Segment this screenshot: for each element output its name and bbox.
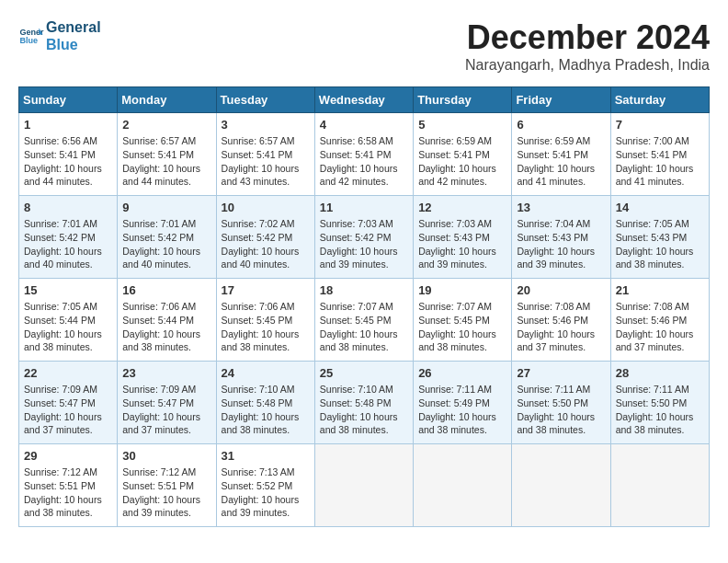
day-number: 6: [517, 117, 606, 133]
month-title: December 2024: [465, 18, 710, 57]
table-row: 22 Sunrise: 7:09 AM Sunset: 5:47 PM Dayl…: [19, 362, 118, 444]
sunrise-time: Sunrise: 7:09 AM: [122, 384, 196, 395]
sunset-time: Sunset: 5:52 PM: [222, 480, 293, 491]
day-number: 25: [320, 365, 409, 382]
sunrise-time: Sunrise: 6:59 AM: [517, 135, 590, 146]
daylight-hours: Daylight: 10 hours and 39 minutes.: [222, 494, 300, 519]
col-friday: Friday: [512, 87, 610, 113]
daylight-hours: Daylight: 10 hours and 38 minutes.: [320, 411, 398, 436]
table-row: 25 Sunrise: 7:10 AM Sunset: 5:48 PM Dayl…: [314, 362, 413, 444]
sunrise-time: Sunrise: 7:11 AM: [418, 384, 492, 395]
table-row: 2 Sunrise: 6:57 AM Sunset: 5:41 PM Dayli…: [118, 113, 216, 196]
table-row: 11 Sunrise: 7:03 AM Sunset: 5:42 PM Dayl…: [314, 196, 413, 279]
table-row: 23 Sunrise: 7:09 AM Sunset: 5:47 PM Dayl…: [118, 362, 216, 444]
daylight-hours: Daylight: 10 hours and 40 minutes.: [24, 246, 102, 270]
sunrise-time: Sunrise: 7:07 AM: [320, 301, 393, 312]
daylight-hours: Daylight: 10 hours and 38 minutes.: [222, 411, 300, 436]
calendar-table: Sunday Monday Tuesday Wednesday Thursday…: [18, 86, 710, 527]
daylight-hours: Daylight: 10 hours and 39 minutes.: [122, 494, 200, 519]
sunrise-time: Sunrise: 7:06 AM: [222, 301, 295, 312]
table-row: 29 Sunrise: 7:12 AM Sunset: 5:51 PM Dayl…: [19, 444, 118, 527]
logo-line2: Blue: [46, 36, 101, 53]
daylight-hours: Daylight: 10 hours and 38 minutes.: [418, 328, 496, 353]
svg-text:Blue: Blue: [19, 37, 38, 46]
sunrise-time: Sunrise: 7:02 AM: [222, 218, 295, 229]
daylight-hours: Daylight: 10 hours and 38 minutes.: [24, 494, 102, 519]
sunrise-time: Sunrise: 7:06 AM: [122, 301, 196, 312]
sunrise-time: Sunrise: 6:57 AM: [222, 135, 295, 146]
daylight-hours: Daylight: 10 hours and 44 minutes.: [122, 163, 200, 188]
col-tuesday: Tuesday: [216, 87, 314, 113]
day-number: 26: [418, 365, 507, 382]
day-number: 9: [122, 200, 211, 216]
daylight-hours: Daylight: 10 hours and 40 minutes.: [222, 246, 300, 270]
sunset-time: Sunset: 5:48 PM: [222, 397, 293, 408]
sunrise-time: Sunrise: 7:04 AM: [517, 218, 590, 229]
day-number: 18: [320, 282, 409, 299]
sunrise-time: Sunrise: 7:03 AM: [418, 218, 492, 229]
daylight-hours: Daylight: 10 hours and 38 minutes.: [222, 328, 300, 353]
table-row: 30 Sunrise: 7:12 AM Sunset: 5:51 PM Dayl…: [118, 444, 216, 527]
table-row: 15 Sunrise: 7:05 AM Sunset: 5:44 PM Dayl…: [19, 279, 118, 362]
sunset-time: Sunset: 5:51 PM: [122, 480, 194, 491]
sunrise-time: Sunrise: 6:56 AM: [24, 135, 97, 146]
table-row: 12 Sunrise: 7:03 AM Sunset: 5:43 PM Dayl…: [414, 196, 512, 279]
day-number: 28: [616, 365, 705, 382]
sunset-time: Sunset: 5:43 PM: [418, 232, 490, 243]
sunrise-time: Sunrise: 7:08 AM: [517, 301, 590, 312]
sunrise-time: Sunrise: 7:10 AM: [222, 384, 295, 395]
sunset-time: Sunset: 5:49 PM: [418, 397, 490, 408]
daylight-hours: Daylight: 10 hours and 42 minutes.: [320, 163, 398, 188]
title-section: December 2024 Narayangarh, Madhya Prades…: [465, 18, 710, 74]
table-row: 13 Sunrise: 7:04 AM Sunset: 5:43 PM Dayl…: [512, 196, 610, 279]
sunset-time: Sunset: 5:41 PM: [517, 149, 588, 160]
sunset-time: Sunset: 5:41 PM: [222, 149, 293, 160]
sunrise-time: Sunrise: 6:58 AM: [320, 135, 393, 146]
sunset-time: Sunset: 5:44 PM: [122, 315, 194, 326]
daylight-hours: Daylight: 10 hours and 40 minutes.: [122, 246, 200, 270]
day-number: 16: [122, 282, 211, 299]
col-saturday: Saturday: [610, 87, 709, 113]
day-number: 24: [222, 365, 311, 382]
table-row: 26 Sunrise: 7:11 AM Sunset: 5:49 PM Dayl…: [414, 362, 512, 444]
day-number: 4: [320, 117, 409, 133]
day-number: 1: [24, 117, 113, 133]
table-row: 20 Sunrise: 7:08 AM Sunset: 5:46 PM Dayl…: [512, 279, 610, 362]
sunrise-time: Sunrise: 7:10 AM: [320, 384, 393, 395]
sunset-time: Sunset: 5:47 PM: [24, 397, 96, 408]
table-row: 4 Sunrise: 6:58 AM Sunset: 5:41 PM Dayli…: [314, 113, 413, 196]
day-number: 15: [24, 282, 113, 299]
table-row: [512, 444, 610, 527]
table-row: 8 Sunrise: 7:01 AM Sunset: 5:42 PM Dayli…: [19, 196, 118, 279]
day-number: 17: [222, 282, 311, 299]
daylight-hours: Daylight: 10 hours and 39 minutes.: [517, 246, 595, 270]
table-row: 17 Sunrise: 7:06 AM Sunset: 5:45 PM Dayl…: [216, 279, 314, 362]
sunrise-time: Sunrise: 7:07 AM: [418, 301, 492, 312]
sunset-time: Sunset: 5:41 PM: [320, 149, 392, 160]
day-number: 19: [418, 282, 507, 299]
table-row: [314, 444, 413, 527]
sunrise-time: Sunrise: 7:12 AM: [24, 466, 97, 477]
day-number: 27: [517, 365, 606, 382]
daylight-hours: Daylight: 10 hours and 38 minutes.: [616, 246, 694, 270]
table-row: 21 Sunrise: 7:08 AM Sunset: 5:46 PM Dayl…: [610, 279, 709, 362]
day-number: 2: [122, 117, 211, 133]
day-number: 20: [517, 282, 606, 299]
daylight-hours: Daylight: 10 hours and 41 minutes.: [517, 163, 595, 188]
col-wednesday: Wednesday: [314, 87, 413, 113]
table-row: 31 Sunrise: 7:13 AM Sunset: 5:52 PM Dayl…: [216, 444, 314, 527]
table-row: 9 Sunrise: 7:01 AM Sunset: 5:42 PM Dayli…: [118, 196, 216, 279]
location-title: Narayangarh, Madhya Pradesh, India: [465, 57, 710, 74]
daylight-hours: Daylight: 10 hours and 44 minutes.: [24, 163, 102, 188]
sunrise-time: Sunrise: 7:05 AM: [616, 218, 689, 229]
logo-icon: General Blue: [18, 23, 44, 49]
sunset-time: Sunset: 5:43 PM: [616, 232, 688, 243]
day-number: 14: [616, 200, 705, 216]
sunset-time: Sunset: 5:45 PM: [222, 315, 293, 326]
sunrise-time: Sunrise: 7:01 AM: [24, 218, 97, 229]
table-row: 14 Sunrise: 7:05 AM Sunset: 5:43 PM Dayl…: [610, 196, 709, 279]
day-number: 12: [418, 200, 507, 216]
daylight-hours: Daylight: 10 hours and 37 minutes.: [24, 411, 102, 436]
sunrise-time: Sunrise: 7:11 AM: [517, 384, 590, 395]
day-number: 10: [222, 200, 311, 216]
